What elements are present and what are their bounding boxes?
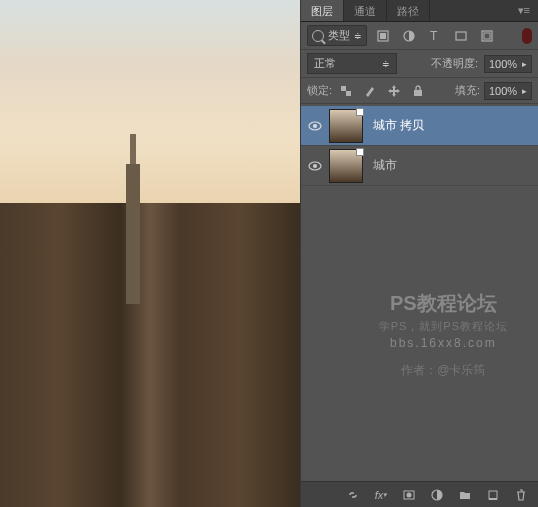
- blend-mode-select[interactable]: 正常 ≑: [307, 53, 397, 74]
- tab-channels[interactable]: 通道: [344, 0, 387, 21]
- lock-move-icon[interactable]: [384, 81, 404, 101]
- svg-point-11: [313, 124, 317, 128]
- canvas-buildings: [0, 203, 300, 507]
- layer-filter-select[interactable]: 类型 ≑: [307, 25, 367, 46]
- watermark-sub: 学PS，就到PS教程论坛: [379, 319, 508, 334]
- svg-rect-17: [489, 491, 497, 499]
- canvas-tower: [126, 164, 140, 304]
- filter-shape-icon[interactable]: [451, 26, 471, 46]
- canvas-sky: [0, 0, 300, 228]
- fx-icon[interactable]: fx▾: [370, 485, 392, 505]
- layers-bottom-bar: fx▾: [301, 481, 538, 507]
- trash-icon[interactable]: [510, 485, 532, 505]
- fill-label: 填充:: [455, 83, 480, 98]
- fill-input[interactable]: 100% ▸: [484, 82, 532, 100]
- filter-text-icon[interactable]: T: [425, 26, 445, 46]
- svg-rect-9: [414, 90, 422, 96]
- filter-toolbar: 类型 ≑ T: [301, 22, 538, 50]
- opacity-label: 不透明度:: [431, 56, 478, 71]
- layers-panel: 图层 通道 路径 ▾≡ 类型 ≑ T 正常 ≑ 不透明度: 100% ▸ 锁定:: [300, 0, 538, 507]
- lock-brush-icon[interactable]: [360, 81, 380, 101]
- panel-menu-icon[interactable]: ▾≡: [510, 0, 538, 21]
- blend-toolbar: 正常 ≑ 不透明度: 100% ▸: [301, 50, 538, 78]
- layer-thumbnail[interactable]: [329, 109, 363, 143]
- adjustment-icon[interactable]: [426, 485, 448, 505]
- filter-pixel-icon[interactable]: [373, 26, 393, 46]
- mask-icon[interactable]: [398, 485, 420, 505]
- filter-label: 类型: [328, 28, 350, 43]
- layers-list: 城市 拷贝 城市 PS教程论坛 学PS，就到PS教程论坛 bbs.16xx8.c…: [301, 104, 538, 481]
- filter-smart-icon[interactable]: [477, 26, 497, 46]
- filter-switch-icon[interactable]: [522, 28, 532, 44]
- filter-adjust-icon[interactable]: [399, 26, 419, 46]
- document-canvas[interactable]: [0, 0, 300, 507]
- opacity-value: 100%: [489, 58, 517, 70]
- watermark: PS教程论坛 学PS，就到PS教程论坛 bbs.16xx8.com 作者：@卡乐…: [379, 290, 508, 379]
- lock-all-icon[interactable]: [408, 81, 428, 101]
- chevron-down-icon: ≑: [382, 59, 390, 69]
- svg-rect-4: [456, 32, 466, 40]
- chevron-icon: ▸: [522, 59, 527, 69]
- watermark-title: PS教程论坛: [379, 290, 508, 317]
- blend-mode-value: 正常: [314, 56, 336, 71]
- search-icon: [312, 30, 324, 42]
- lock-toolbar: 锁定: 填充: 100% ▸: [301, 78, 538, 104]
- link-layers-icon[interactable]: [342, 485, 364, 505]
- svg-text:T: T: [430, 29, 438, 43]
- layer-name[interactable]: 城市: [373, 157, 397, 174]
- visibility-eye-icon[interactable]: [305, 156, 325, 176]
- tab-paths[interactable]: 路径: [387, 0, 430, 21]
- svg-rect-6: [484, 33, 490, 39]
- svg-point-15: [407, 492, 412, 497]
- opacity-input[interactable]: 100% ▸: [484, 55, 532, 73]
- lock-transparent-icon[interactable]: [336, 81, 356, 101]
- watermark-author: 作者：@卡乐筠: [379, 362, 508, 379]
- panel-tabs: 图层 通道 路径 ▾≡: [301, 0, 538, 22]
- watermark-url: bbs.16xx8.com: [379, 336, 508, 350]
- lock-label: 锁定:: [307, 83, 332, 98]
- svg-point-13: [313, 164, 317, 168]
- svg-rect-7: [341, 86, 346, 91]
- svg-rect-8: [346, 91, 351, 96]
- layer-row[interactable]: 城市: [301, 146, 538, 186]
- chevron-icon: ≑: [354, 31, 362, 41]
- svg-rect-1: [380, 33, 386, 39]
- visibility-eye-icon[interactable]: [305, 116, 325, 136]
- new-layer-icon[interactable]: [482, 485, 504, 505]
- group-icon[interactable]: [454, 485, 476, 505]
- fill-value: 100%: [489, 85, 517, 97]
- layer-row[interactable]: 城市 拷贝: [301, 106, 538, 146]
- tab-layers[interactable]: 图层: [301, 0, 344, 21]
- layer-name[interactable]: 城市 拷贝: [373, 117, 424, 134]
- layer-thumbnail[interactable]: [329, 149, 363, 183]
- chevron-icon: ▸: [522, 86, 527, 96]
